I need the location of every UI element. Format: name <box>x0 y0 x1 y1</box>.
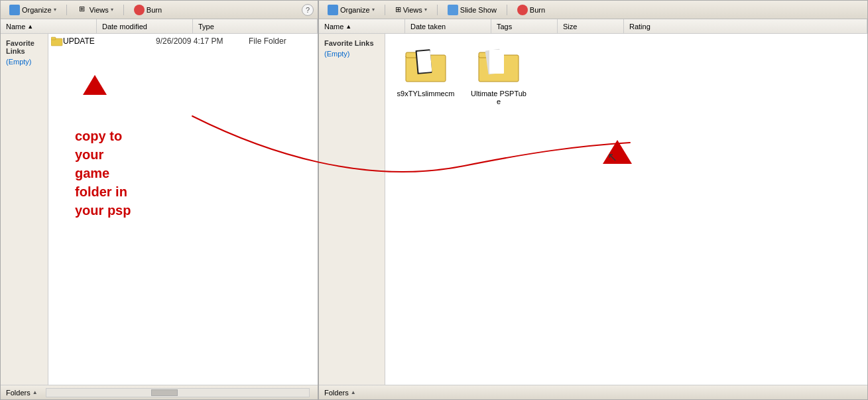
right-explorer-panel: Organize ▾ ⊞ Views ▾ Slide Show Burn Nam… <box>318 0 868 400</box>
right-views-icon: ⊞ <box>395 5 401 14</box>
views-chevron: ▾ <box>111 7 113 13</box>
col-type-label: Type <box>198 23 214 31</box>
left-bottom-bar: Folders ▲ <box>1 385 318 399</box>
left-file-annotation-area: UPDATE 9/26/2009 4:17 PM File Folder cop… <box>48 34 318 385</box>
right-views-chevron: ▾ <box>424 7 427 13</box>
right-col-rating-label: Rating <box>629 23 651 31</box>
right-col-size[interactable]: Size <box>558 19 624 33</box>
right-views-button[interactable]: ⊞ Views ▾ <box>391 3 432 16</box>
burn-button[interactable]: Burn <box>129 3 166 17</box>
views-button[interactable]: ⊞ Views ▾ <box>72 3 118 17</box>
col-name-label: Name <box>6 23 25 31</box>
icon-grid: s9xTYLslimmecm Ultimate PSPTube <box>385 34 867 116</box>
folders-button-right[interactable]: Folders ▲ <box>324 389 356 397</box>
left-file-list: UPDATE 9/26/2009 4:17 PM File Folder <box>48 34 318 48</box>
table-row[interactable]: UPDATE 9/26/2009 4:17 PM File Folder <box>48 34 318 48</box>
svg-rect-9 <box>489 50 504 74</box>
right-col-date-label: Date taken <box>410 23 446 31</box>
right-organize-label: Organize <box>340 6 370 14</box>
cursor: ↖ <box>607 150 617 165</box>
folders-button-left[interactable]: Folders ▲ <box>6 389 38 397</box>
right-organize-chevron: ▾ <box>372 7 375 13</box>
annotation-line5: your psp <box>75 201 131 220</box>
right-col-date-taken[interactable]: Date taken <box>405 19 491 33</box>
folders-chevron-right: ▲ <box>351 389 356 395</box>
list-item[interactable]: Ultimate PSPTube <box>469 44 528 105</box>
right-organize-icon <box>328 5 338 15</box>
sort-arrow: ▲ <box>27 23 33 30</box>
organize-icon <box>9 5 20 15</box>
folder-large-icon-1 <box>404 44 447 87</box>
left-explorer-panel: Organize ▾ ⊞ Views ▾ Burn ? Name ▲ Date … <box>0 0 318 400</box>
right-sort-arrow: ▲ <box>345 23 351 30</box>
slideshow-label: Slide Show <box>460 6 497 14</box>
organize-button[interactable]: Organize ▾ <box>5 3 61 17</box>
right-columns-header: Name ▲ Date taken Tags Size Rating <box>319 19 867 34</box>
left-content-area: Favorite Links (Empty) UPDATE 9/26/2009 … <box>1 34 318 385</box>
slideshow-button[interactable]: Slide Show <box>443 3 501 17</box>
right-views-label: Views <box>403 6 422 14</box>
svg-rect-5 <box>417 50 432 73</box>
right-burn-label: Burn <box>530 6 545 14</box>
right-col-name[interactable]: Name ▲ <box>319 19 405 33</box>
right-icon-area: s9xTYLslimmecm Ultimate PSPTube <box>385 34 867 385</box>
left-columns-header: Name ▲ Date modified Type <box>1 19 318 34</box>
folders-label-right: Folders <box>324 389 349 397</box>
col-type[interactable]: Type <box>193 19 318 33</box>
right-toolbar: Organize ▾ ⊞ Views ▾ Slide Show Burn <box>319 1 867 19</box>
svg-rect-1 <box>51 37 56 40</box>
right-toolbar-sep-3 <box>507 5 507 15</box>
file-date: 9/26/2009 4:17 PM <box>156 36 249 46</box>
right-toolbar-sep-1 <box>385 5 385 15</box>
right-col-size-label: Size <box>563 23 577 31</box>
folder-label-1: s9xTYLslimmecm <box>397 90 455 98</box>
annotation-line2: your <box>75 145 131 164</box>
burn-icon <box>134 5 145 15</box>
red-triangle-right <box>603 140 632 164</box>
right-burn-icon <box>517 5 528 15</box>
folders-label-left: Folders <box>6 389 31 397</box>
views-label: Views <box>90 6 109 14</box>
file-name: UPDATE <box>63 36 156 46</box>
annotation-text: copy to your game folder in your psp <box>75 127 131 220</box>
right-bottom-bar: Folders ▲ <box>319 385 867 399</box>
annotation-line1: copy to <box>75 127 131 145</box>
favorites-empty[interactable]: (Empty) <box>6 58 42 66</box>
right-favorites: Favorite Links (Empty) <box>319 34 385 385</box>
folders-chevron-left: ▲ <box>32 389 38 395</box>
col-name[interactable]: Name ▲ <box>1 19 97 33</box>
right-burn-button[interactable]: Burn <box>513 3 550 17</box>
right-col-tags[interactable]: Tags <box>491 19 558 33</box>
folder-icon <box>51 36 63 46</box>
scrollbar-thumb-left[interactable] <box>151 389 178 396</box>
right-col-name-label: Name <box>324 23 343 31</box>
toolbar-sep-1 <box>66 5 67 15</box>
organize-chevron: ▾ <box>54 7 56 13</box>
help-button[interactable]: ? <box>302 4 314 16</box>
right-organize-button[interactable]: Organize ▾ <box>323 3 379 17</box>
folder-large-icon-2 <box>477 44 520 87</box>
annotation-line4: folder in <box>75 182 131 201</box>
slideshow-icon <box>448 5 458 15</box>
right-col-tags-label: Tags <box>497 23 512 31</box>
left-toolbar: Organize ▾ ⊞ Views ▾ Burn ? <box>1 1 318 19</box>
right-toolbar-sep-2 <box>437 5 438 15</box>
right-favorites-title: Favorite Links <box>324 39 379 47</box>
favorites-title: Favorite Links <box>6 39 42 55</box>
col-date-modified[interactable]: Date modified <box>97 19 193 33</box>
right-col-rating[interactable]: Rating <box>624 19 867 33</box>
right-content-area: Favorite Links (Empty) s9xTYLslimmecm <box>319 34 867 385</box>
annotation-line3: game <box>75 164 131 182</box>
organize-label: Organize <box>22 6 52 14</box>
toolbar-sep-2 <box>123 5 124 15</box>
views-icon: ⊞ <box>77 5 88 15</box>
left-favorites: Favorite Links (Empty) <box>1 34 48 385</box>
folder-label-2: Ultimate PSPTube <box>469 90 528 105</box>
right-favorites-empty[interactable]: (Empty) <box>324 50 379 58</box>
col-date-label: Date modified <box>102 23 147 31</box>
red-triangle-left <box>83 75 107 95</box>
horizontal-scrollbar-left[interactable] <box>46 388 310 397</box>
burn-label: Burn <box>147 6 162 14</box>
file-type: File Folder <box>249 36 315 46</box>
list-item[interactable]: s9xTYLslimmecm <box>396 44 456 105</box>
